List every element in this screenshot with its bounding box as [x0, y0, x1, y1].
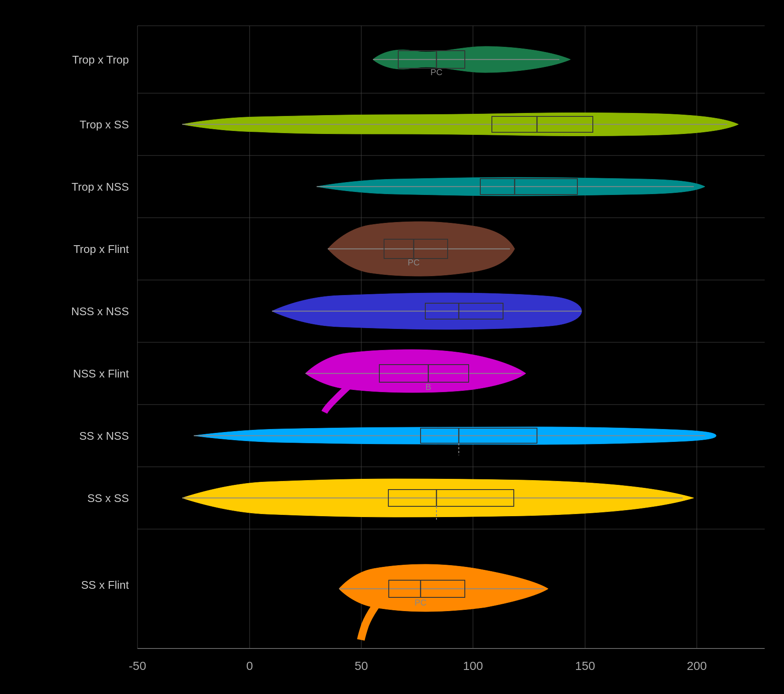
y-label-ss-ss: SS x SS	[87, 492, 129, 505]
label-nss-flint: B	[425, 382, 431, 392]
y-label-ss-flint: SS x Flint	[81, 578, 129, 591]
y-label-ss-nss: SS x NSS	[79, 429, 129, 442]
y-label-trop-flint: Trop x Flint	[73, 243, 129, 256]
chart-container: -50 0 50 100 150 200 Trop x Trop Trop x …	[0, 0, 784, 694]
y-label-trop-ss: Trop x SS	[79, 118, 129, 131]
violin-plot: -50 0 50 100 150 200 Trop x Trop Trop x …	[0, 0, 784, 694]
x-tick-200: 200	[687, 659, 707, 673]
x-tick-minus50: -50	[129, 659, 146, 673]
y-label-nss-nss: NSS x NSS	[71, 305, 129, 318]
x-tick-50: 50	[354, 659, 368, 673]
y-label-trop-nss: Trop x NSS	[72, 180, 129, 193]
y-label-nss-flint: NSS x Flint	[73, 367, 129, 380]
label-ss-flint: PC	[415, 598, 427, 607]
x-tick-150: 150	[575, 659, 595, 673]
label-trop-flint: PC	[408, 258, 420, 267]
x-tick-100: 100	[463, 659, 483, 673]
x-tick-0: 0	[246, 659, 253, 673]
label-trop-trop: PC	[430, 67, 442, 77]
y-label-trop-trop: Trop x Trop	[72, 53, 129, 66]
